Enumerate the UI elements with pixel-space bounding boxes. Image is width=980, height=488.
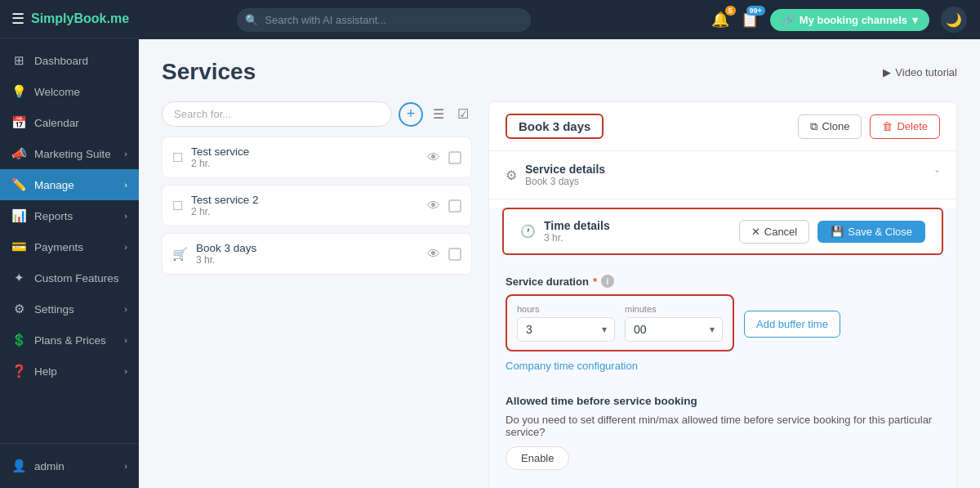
service-details-header[interactable]: ⚙ Service details Book 3 days ˅ — [489, 151, 956, 199]
sidebar-item-help[interactable]: ❓ Help › — [0, 356, 139, 387]
logo-text: SimplyBook.me — [31, 11, 129, 26]
delete-button[interactable]: 🗑 Delete — [870, 114, 940, 139]
service-row[interactable]: ☐ Test service 2 2 hr. 👁 — [162, 185, 472, 226]
company-time-link[interactable]: Company time configuration — [506, 360, 638, 372]
search-icon: 🔍 — [245, 14, 258, 26]
list-view-button[interactable]: ☰ — [430, 103, 448, 125]
service-info: Test service 2 2 hr. — [191, 194, 419, 217]
service-row[interactable]: 🛒 Book 3 days 3 hr. 👁 — [162, 233, 472, 275]
add-service-button[interactable]: + — [399, 102, 423, 127]
enable-label: Enable — [521, 452, 554, 464]
sidebar-item-label: Custom Features — [34, 272, 119, 284]
cancel-button[interactable]: ✕ Cancel — [739, 220, 809, 244]
sidebar-item-label: Plans & Prices — [34, 334, 106, 347]
visibility-icon[interactable]: 👁 — [427, 199, 440, 213]
sidebar-item-welcome[interactable]: 💡 Welcome — [0, 76, 139, 107]
sidebar-item-dashboard[interactable]: ⊞ Dashboard — [0, 45, 139, 76]
sidebar-bottom: 👤 admin › — [0, 443, 139, 488]
sidebar-item-reports[interactable]: 📊 Reports › — [0, 200, 139, 231]
hours-select[interactable]: 012345 — [517, 317, 615, 342]
clone-icon: ⧉ — [810, 120, 817, 133]
sidebar-item-plans-prices[interactable]: 💲 Plans & Prices › — [0, 325, 139, 356]
sidebar-item-admin[interactable]: 👤 admin › — [0, 450, 139, 481]
section-header-left: ⚙ Service details Book 3 days — [506, 163, 605, 187]
chevron-icon: › — [124, 461, 127, 471]
main-area: 🔍 🔔 5 📋 99+ 🔗 My booking channels ▾ 🌙 Se… — [139, 0, 980, 488]
cancel-label: Cancel — [764, 226, 797, 238]
page-title: Services — [162, 59, 256, 85]
required-star: * — [593, 275, 597, 288]
time-actions: ✕ Cancel 💾 Save & Close — [739, 220, 925, 244]
visibility-icon[interactable]: 👁 — [427, 247, 440, 262]
minutes-label: minutes — [625, 304, 723, 314]
select-all-button[interactable]: ☑ — [454, 103, 472, 125]
visibility-icon[interactable]: 👁 — [427, 150, 440, 165]
floppy-icon: 💾 — [831, 226, 844, 238]
search-input[interactable] — [237, 8, 531, 32]
save-close-button[interactable]: 💾 Save & Close — [817, 221, 925, 243]
booking-channels-button[interactable]: 🔗 My booking channels ▾ — [770, 9, 929, 31]
search-bar-row: + ☰ ☑ — [162, 101, 472, 127]
minutes-select[interactable]: 00153045 — [625, 317, 723, 342]
sidebar-item-settings[interactable]: ⚙ Settings › — [0, 293, 139, 325]
sidebar-item-payments[interactable]: 💳 Payments › — [0, 231, 139, 262]
trash-icon: 🗑 — [882, 120, 893, 132]
services-layout: + ☰ ☑ ☐ Test service 2 hr. 👁 ☐ — [162, 101, 957, 488]
allowed-time-desc: Do you need to set different min/max all… — [506, 414, 940, 438]
sidebar-item-label: Reports — [34, 210, 73, 222]
service-name: Test service 2 — [191, 194, 419, 206]
service-checkbox[interactable] — [448, 248, 461, 261]
service-duration: 2 hr. — [191, 206, 419, 217]
sidebar-item-label: admin — [34, 460, 65, 472]
service-checkbox[interactable] — [448, 151, 461, 164]
detail-actions: ⧉ Clone 🗑 Delete — [798, 114, 940, 139]
enable-button[interactable]: Enable — [506, 446, 569, 470]
allowed-time-title: Allowed time before service booking — [506, 395, 940, 407]
service-checkbox[interactable] — [448, 199, 461, 213]
service-row[interactable]: ☐ Test service 2 hr. 👁 — [162, 137, 472, 178]
services-search-input[interactable] — [162, 101, 392, 127]
section-subtitle: Book 3 days — [525, 176, 605, 187]
service-details-section: ⚙ Service details Book 3 days ˅ — [489, 151, 956, 199]
service-info: Test service 2 hr. — [191, 146, 419, 169]
sidebar-item-label: Marketing Suite — [34, 148, 111, 160]
sidebar-item-custom-features[interactable]: ✦ Custom Features — [0, 262, 139, 293]
custom-features-icon: ✦ — [11, 271, 26, 285]
sidebar-item-manage[interactable]: ✏️ Manage › — [0, 169, 139, 200]
sidebar-item-calendar[interactable]: 📅 Calendar — [0, 107, 139, 138]
messages-icon[interactable]: 📋 99+ — [741, 11, 759, 29]
hours-label: hours — [517, 304, 615, 314]
info-icon[interactable]: i — [601, 275, 614, 288]
sidebar-item-label: Welcome — [34, 86, 80, 98]
book-days-badge: Book 3 days — [506, 114, 604, 139]
topbar: 🔍 🔔 5 📋 99+ 🔗 My booking channels ▾ 🌙 — [139, 0, 980, 39]
settings-icon: ⚙ — [11, 302, 26, 316]
user-avatar[interactable]: 🌙 — [941, 7, 967, 33]
dropdown-icon: ▾ — [912, 14, 918, 26]
messages-badge: 99+ — [746, 6, 765, 16]
collapse-chevron-icon: ˅ — [934, 168, 940, 181]
sidebar-item-label: Payments — [34, 241, 83, 253]
service-type-icon: ☐ — [172, 150, 183, 165]
marketing-icon: 📣 — [11, 146, 26, 161]
notification-bell[interactable]: 🔔 5 — [711, 11, 729, 29]
dashboard-icon: ⊞ — [11, 53, 26, 68]
hamburger-icon[interactable]: ☰ — [11, 10, 24, 28]
sidebar-item-label: Calendar — [34, 117, 79, 129]
sidebar-item-marketing[interactable]: 📣 Marketing Suite › — [0, 138, 139, 169]
sidebar-item-label: Settings — [34, 303, 74, 316]
plans-icon: 💲 — [11, 333, 26, 347]
buffer-time-button[interactable]: Add buffer time — [744, 311, 840, 338]
section-title-area: Service details Book 3 days — [525, 163, 605, 187]
chevron-icon: › — [124, 366, 127, 376]
chevron-icon: › — [124, 304, 127, 314]
time-details-header[interactable]: 🕐 Time details 3 hr. ✕ Cancel 💾 — [502, 208, 943, 255]
manage-icon: ✏️ — [11, 177, 26, 192]
video-tutorial-button[interactable]: ▶ Video tutorial — [883, 66, 957, 78]
clone-button[interactable]: ⧉ Clone — [798, 114, 862, 139]
notification-badge: 5 — [725, 6, 736, 16]
play-icon: ▶ — [883, 66, 891, 78]
service-info: Book 3 days 3 hr. — [196, 242, 419, 266]
service-duration: 3 hr. — [196, 254, 419, 266]
sidebar-item-label: Help — [34, 365, 57, 378]
